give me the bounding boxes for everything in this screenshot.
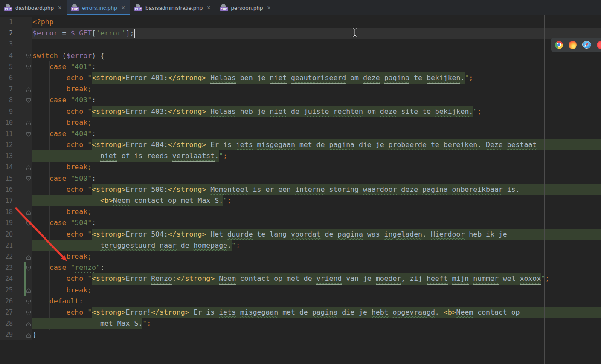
tab-errors.inc.php[interactable]: PHPerrors.inc.php× [67,0,130,15]
code-token: de [287,106,304,117]
code-token: " [70,262,75,273]
code-token: break; [66,84,92,95]
fold-marker-end-icon[interactable] [26,120,31,125]
code-token: Het [206,229,227,240]
code-token [32,285,66,296]
code-line-content: case "renzo": [32,262,601,273]
line-number: 20 [0,229,13,240]
code-token: storing [325,184,363,195]
fold-marker-end-icon[interactable] [26,209,31,215]
line-number: 13 [0,150,13,162]
code-token: " [87,139,92,150]
fold-marker-open-icon[interactable] [26,131,31,137]
code-line: 19 case "504": [0,217,601,228]
code-token: ; [236,240,240,251]
editor-tab-bar: PHPdashboard.php×PHPerrors.inc.php×PHPba… [0,0,601,15]
tab-label: basisadministratie.php [145,5,203,11]
fold-marker-open-icon[interactable] [26,310,31,315]
fold-marker-open-icon[interactable] [26,299,31,304]
code-token: break; [66,285,92,296]
code-token [32,229,66,240]
tab-dashboard.php[interactable]: PHPdashboard.php× [0,0,67,15]
code-token: . [460,72,465,84]
code-token: " [87,307,92,318]
code-token: Deze [486,139,503,150]
code-token: is er een [249,184,295,195]
code-line: 6 echo "<strong>Error 401:</strong> Hela… [0,72,601,84]
code-token: " [87,229,92,240]
tab-persoon.php[interactable]: PHPpersoon.php× [216,0,276,15]
code-token: ; [223,150,227,162]
code-token: pagina [384,72,410,84]
code-line: 24 echo "<strong>Error Renzo:</strong> N… [0,273,601,284]
code-token: Error 404: [126,139,168,150]
code-token: die je [354,139,388,150]
fold-marker-open-icon[interactable] [26,64,31,69]
code-token: deze [401,184,418,195]
code-token: " [87,106,92,117]
opera-icon[interactable] [597,41,601,49]
chrome-icon[interactable] [555,41,563,49]
code-token: <strong> [92,307,125,318]
code-editor[interactable]: 1<?php2$error = $_GET['error'];34switch … [0,15,601,364]
code-token [32,262,49,273]
line-number: 5 [0,61,13,72]
gutter-cell: 3 [0,39,32,50]
firefox-icon[interactable] [569,41,577,49]
php-file-icon: PHP [4,4,12,11]
code-token: default [49,296,79,307]
code-token [253,139,257,150]
code-token: Neem [219,273,236,284]
code-line: 12 echo "<strong>Error 404:</strong> Er … [0,139,601,150]
ide-window: { "ui": {"close_glyph": "×", "php_badge"… [0,0,601,364]
code-token: : [172,273,177,284]
code-line: 29} [0,329,601,340]
code-token: niet [270,106,287,117]
code-line: 11 case "404": [0,128,601,139]
code-line: 2$error = $_GET['error']; [0,28,601,39]
fold-marker-end-icon[interactable] [26,332,31,338]
code-line-content: break; [32,251,601,262]
code-token: . [227,240,232,251]
close-icon[interactable]: × [267,5,271,11]
safari-icon[interactable] [582,41,591,49]
fold-marker-open-icon[interactable] [26,220,31,226]
code-token: contact op met Max S. [130,195,224,206]
fold-marker-end-icon[interactable] [26,87,31,92]
code-token: bekijken [435,106,469,117]
code-line-content: teruggestuurd naar de homepage."; [32,240,601,251]
tab-basisadministratie.php[interactable]: PHPbasisadministratie.php× [130,0,216,15]
code-token: ; [545,273,549,284]
code-token: pagina [329,139,354,150]
fold-marker-open-icon[interactable] [26,53,31,58]
code-token: ; [469,72,473,84]
fold-marker-open-icon[interactable] [26,98,31,103]
fold-marker-open-icon[interactable] [26,176,31,181]
code-token [32,296,49,307]
code-token: " [87,273,92,284]
line-number: 26 [0,296,13,307]
code-token: . [422,229,431,240]
code-token: <?php [32,17,54,28]
code-line: 3 [0,39,601,50]
gutter-cell: 6 [0,72,32,84]
code-token: Error [126,273,151,284]
code-line-content: case "404": [32,128,601,139]
close-icon[interactable]: × [207,5,210,11]
fold-marker-end-icon[interactable] [26,321,31,326]
code-token: " [465,72,469,84]
gutter-cell: 20 [0,229,32,240]
code-token: echo [66,139,87,150]
close-icon[interactable]: × [122,5,125,11]
line-number: 1 [0,17,13,28]
fold-marker-end-icon[interactable] [26,254,31,260]
fold-marker-end-icon[interactable] [26,287,31,293]
code-token: renzo [75,262,96,273]
code-token: iets [236,139,253,150]
fold-marker-open-icon[interactable] [26,265,31,271]
code-token: "500" [70,173,92,184]
code-token: Er is [189,307,219,318]
code-token [206,72,210,84]
fold-marker-end-icon[interactable] [26,165,31,170]
close-icon[interactable]: × [58,5,61,11]
